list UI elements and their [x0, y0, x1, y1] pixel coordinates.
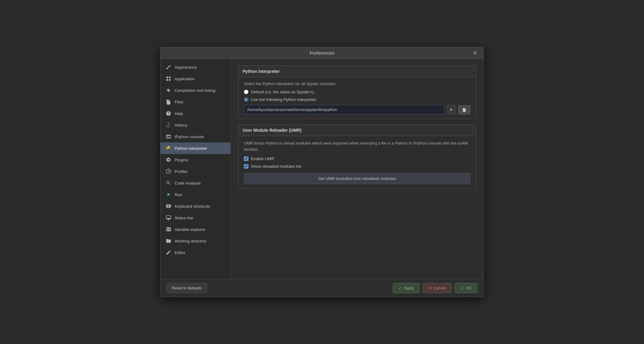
sidebar-label-files: Files: [175, 100, 183, 104]
sidebar-label-history: History: [175, 123, 187, 127]
dialog-body: Appearance Application Completion and li…: [161, 59, 483, 279]
play-icon: [165, 192, 172, 198]
ok-checkmark-icon: ✓: [461, 286, 464, 290]
python-interpreter-desc: Select the Python interpreter for all Sp…: [244, 81, 470, 86]
sidebar-label-ipython: IPython console: [175, 134, 204, 139]
radio-default-option[interactable]: Default (i.e. the same as Spyder's): [244, 90, 470, 94]
sidebar: Appearance Application Completion and li…: [161, 59, 231, 279]
enable-umr-label: Enable UMR: [251, 156, 274, 161]
table-icon: [165, 226, 172, 232]
sidebar-label-application: Application: [175, 77, 195, 81]
sidebar-item-run[interactable]: Run: [161, 189, 230, 200]
grid-icon: [165, 76, 172, 82]
brush-icon: [165, 64, 172, 70]
enable-umr-option[interactable]: Enable UMR: [244, 156, 470, 161]
umr-desc-part2: function.: [244, 147, 259, 152]
file-open-icon: [462, 108, 466, 112]
cancel-button[interactable]: ✕ Cancel: [423, 283, 452, 293]
radio-custom-option[interactable]: Use the following Python interpreter:: [244, 97, 470, 102]
apply-checkmark-icon: ✓: [399, 286, 402, 290]
interpreter-dropdown-button[interactable]: ▾: [447, 105, 456, 114]
sidebar-item-keyboard[interactable]: Keyboard shortcuts: [161, 200, 230, 212]
gear-icon: [165, 157, 172, 163]
umr-desc-part1: UMR forces Python to reload modules whic…: [244, 141, 457, 145]
sidebar-item-plugins[interactable]: Plugins: [161, 154, 230, 166]
ok-label: OK: [466, 286, 472, 290]
sidebar-label-plugins: Plugins: [175, 158, 188, 162]
cancel-x-icon: ✕: [429, 286, 432, 290]
radio-default-input[interactable]: [244, 90, 248, 94]
interpreter-path-row: ▾: [244, 105, 470, 114]
sidebar-item-files[interactable]: Files: [161, 96, 230, 108]
python-interpreter-title: Python interpreter: [238, 66, 476, 77]
apply-label: Apply: [404, 286, 414, 290]
sidebar-item-profiler[interactable]: Profiler: [161, 166, 230, 177]
sidebar-item-python-interpreter[interactable]: Python interpreter: [161, 142, 230, 154]
sidebar-label-run: Run: [175, 192, 182, 197]
sidebar-item-application[interactable]: Application: [161, 73, 230, 84]
sidebar-item-variable-explorer[interactable]: Variable explorer: [161, 224, 230, 235]
set-umr-button[interactable]: Set UMR excluded (not reloaded) modules: [244, 173, 470, 184]
python-interpreter-body: Select the Python interpreter for all Sp…: [238, 77, 476, 119]
keyboard-icon: [165, 203, 172, 209]
interpreter-file-button[interactable]: [458, 105, 470, 114]
sidebar-label-keyboard: Keyboard shortcuts: [175, 204, 210, 209]
terminal-icon: [165, 134, 172, 140]
umr-title: User Module Reloader (UMR): [238, 125, 476, 136]
dialog-header: Preferences ✕: [161, 47, 483, 59]
clock-icon: [165, 122, 172, 128]
show-reloaded-option[interactable]: Show reloaded modules list: [244, 164, 470, 169]
sidebar-item-completion[interactable]: Completion and linting: [161, 84, 230, 96]
sidebar-label-help: Help: [175, 111, 183, 116]
sidebar-label-code-analysis: Code Analysis: [175, 181, 201, 185]
show-reloaded-checkbox[interactable]: [244, 164, 248, 169]
sidebar-item-appearance[interactable]: Appearance: [161, 61, 230, 73]
sidebar-label-status-bar: Status bar: [175, 216, 194, 220]
sidebar-label-appearance: Appearance: [175, 65, 197, 70]
sidebar-label-python-interpreter: Python interpreter: [175, 146, 207, 151]
sidebar-label-profiler: Profiler: [175, 169, 188, 174]
show-reloaded-label: Show reloaded modules list: [251, 164, 301, 169]
sidebar-label-working-directory: Working directory: [175, 239, 207, 243]
reset-to-defaults-button[interactable]: Reset to defaults: [167, 283, 207, 293]
python-icon: [165, 145, 172, 151]
umr-desc-italic: runfile: [457, 141, 468, 145]
ok-button[interactable]: ✓ OK: [455, 283, 477, 293]
interpreter-path-input[interactable]: [244, 105, 444, 114]
sidebar-item-status-bar[interactable]: Status bar: [161, 212, 230, 224]
sidebar-label-variable-explorer: Variable explorer: [175, 227, 205, 232]
radio-custom-input[interactable]: [244, 97, 248, 102]
sidebar-item-help[interactable]: Help: [161, 108, 230, 119]
lightning-icon: [165, 87, 172, 93]
sidebar-label-editor: Editor: [175, 250, 185, 255]
dialog-title: Preferences: [310, 50, 335, 56]
sidebar-label-completion: Completion and linting: [175, 88, 215, 93]
cancel-label: Cancel: [434, 286, 446, 290]
monitor-icon: [165, 215, 172, 221]
profiler-icon: [165, 168, 172, 174]
folder-icon: [165, 238, 172, 244]
sidebar-item-ipython[interactable]: IPython console: [161, 131, 230, 142]
sidebar-item-editor[interactable]: Editor: [161, 247, 230, 258]
pencil-icon: [165, 249, 172, 256]
umr-section: User Module Reloader (UMR) UMR forces Py…: [238, 124, 476, 189]
question-icon: [165, 110, 172, 116]
radio-default-label: Default (i.e. the same as Spyder's): [251, 90, 314, 94]
files-icon: [165, 99, 172, 105]
umr-body: UMR forces Python to reload modules whic…: [238, 136, 476, 188]
enable-umr-checkbox[interactable]: [244, 156, 248, 161]
close-button[interactable]: ✕: [471, 49, 479, 57]
main-content: Python interpreter Select the Python int…: [231, 59, 483, 279]
sidebar-item-history[interactable]: History: [161, 119, 230, 131]
preferences-dialog: Preferences ✕ Appearance Application: [160, 47, 484, 297]
footer-action-buttons: ✓ Apply ✕ Cancel ✓ OK: [393, 283, 477, 293]
apply-button[interactable]: ✓ Apply: [393, 283, 420, 293]
radio-custom-label: Use the following Python interpreter:: [251, 97, 317, 102]
python-interpreter-section: Python interpreter Select the Python int…: [238, 66, 476, 119]
search-icon: [165, 180, 172, 186]
sidebar-item-code-analysis[interactable]: Code Analysis: [161, 177, 230, 189]
umr-description: UMR forces Python to reload modules whic…: [244, 140, 470, 152]
sidebar-item-working-directory[interactable]: Working directory: [161, 235, 230, 247]
dialog-footer: Reset to defaults ✓ Apply ✕ Cancel ✓ OK: [161, 279, 483, 297]
